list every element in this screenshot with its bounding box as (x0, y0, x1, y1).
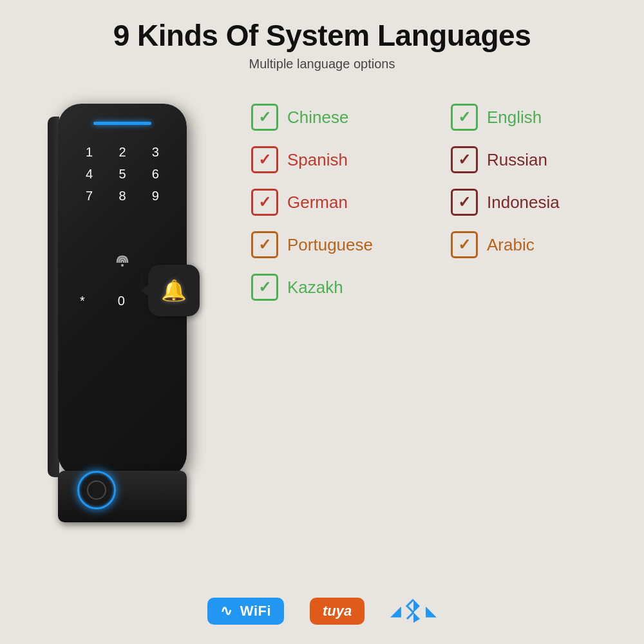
nfc-icon (111, 251, 134, 278)
check-mark-kazakh: ✓ (258, 279, 271, 295)
wifi-badge: ∿ WiFi (207, 598, 284, 625)
page-container: 9 Kinds Of System Languages Multiple lan… (0, 0, 644, 644)
check-mark-arabic: ✓ (458, 237, 471, 252)
languages-grid: ✓ Chinese ✓ English ✓ Spanish (251, 97, 625, 301)
key-2: 2 (110, 146, 134, 158)
lang-label-indonesia: Indonesia (487, 193, 560, 213)
language-item-arabic: ✓ Arabic (451, 231, 625, 258)
lang-label-chinese: Chinese (287, 108, 348, 128)
language-item-spanish: ✓ Spanish (251, 146, 425, 173)
bt-wave-right: ◣ (426, 603, 437, 620)
wifi-label: WiFi (240, 603, 271, 619)
footer: ∿ WiFi tuya ◢ ◣ (0, 598, 644, 625)
lock-top-line (93, 122, 151, 125)
check-box-kazakh: ✓ (251, 274, 278, 301)
bell-icon: 🔔 (161, 278, 187, 303)
keypad: 1 2 3 4 5 6 7 8 9 (71, 139, 174, 209)
svg-point-0 (121, 264, 124, 267)
lang-label-english: English (487, 108, 542, 128)
lang-label-german: German (287, 193, 348, 213)
check-mark-spanish: ✓ (258, 152, 271, 167)
check-box-portuguese: ✓ (251, 231, 278, 258)
wifi-icon: ∿ (220, 603, 232, 619)
lang-label-portuguese: Portuguese (287, 235, 373, 255)
language-item-indonesia: ✓ Indonesia (451, 189, 625, 216)
subtitle: Multiple language options (0, 57, 644, 71)
bell-popup: 🔔 (148, 265, 200, 316)
language-item-portuguese: ✓ Portuguese (251, 231, 425, 258)
lock-handle (58, 471, 187, 522)
check-mark-english: ✓ (458, 109, 471, 125)
check-box-english: ✓ (451, 104, 478, 131)
check-mark-german: ✓ (258, 194, 271, 210)
key-3: 3 (144, 146, 167, 158)
key-9: 9 (144, 189, 167, 202)
main-title: 9 Kinds Of System Languages (0, 18, 644, 53)
nfc-area (109, 252, 135, 278)
bt-wave-left: ◢ (390, 603, 401, 620)
key-4: 4 (77, 167, 101, 180)
tuya-label: tuya (323, 603, 352, 619)
key-1: 1 (77, 146, 101, 158)
lang-label-russian: Russian (487, 150, 547, 170)
check-mark-indonesia: ✓ (458, 194, 471, 210)
content-area: 1 2 3 4 5 6 7 8 9 (0, 91, 644, 561)
fingerprint-scanner (77, 471, 116, 509)
keypad-grid: 1 2 3 4 5 6 7 8 9 (71, 139, 174, 209)
header: 9 Kinds Of System Languages Multiple lan… (0, 0, 644, 78)
language-item-russian: ✓ Russian (451, 146, 625, 173)
check-box-russian: ✓ (451, 146, 478, 173)
language-item-chinese: ✓ Chinese (251, 104, 425, 131)
lock-device: 1 2 3 4 5 6 7 8 9 (19, 91, 238, 561)
key-7: 7 (77, 189, 101, 202)
tuya-badge: tuya (310, 598, 365, 625)
check-box-arabic: ✓ (451, 231, 478, 258)
key-0: 0 (118, 294, 125, 308)
check-box-spanish: ✓ (251, 146, 278, 173)
key-5: 5 (110, 167, 134, 180)
lang-label-kazakh: Kazakh (287, 278, 343, 298)
lang-label-spanish: Spanish (287, 150, 348, 170)
language-item-german: ✓ German (251, 189, 425, 216)
language-item-kazakh: ✓ Kazakh (251, 274, 425, 301)
check-box-indonesia: ✓ (451, 189, 478, 216)
key-6: 6 (144, 167, 167, 180)
bluetooth-icon (404, 598, 423, 624)
lang-label-arabic: Arabic (487, 235, 535, 255)
check-mark-portuguese: ✓ (258, 237, 271, 252)
check-mark-chinese: ✓ (258, 109, 271, 125)
key-8: 8 (110, 189, 134, 202)
check-mark-russian: ✓ (458, 152, 471, 167)
key-star: * (80, 294, 85, 308)
check-box-chinese: ✓ (251, 104, 278, 131)
bluetooth-badge: ◢ ◣ (390, 598, 437, 624)
languages-section: ✓ Chinese ✓ English ✓ Spanish (238, 91, 625, 301)
fingerprint-inner (87, 480, 106, 500)
check-box-german: ✓ (251, 189, 278, 216)
language-item-english: ✓ English (451, 104, 625, 131)
